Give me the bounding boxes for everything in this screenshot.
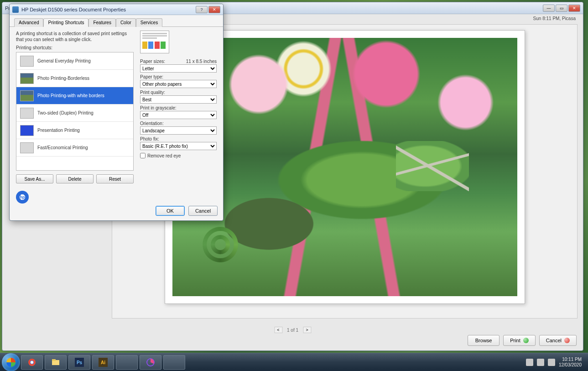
orientation-select[interactable]: Landscape bbox=[140, 126, 217, 135]
tab-advanced[interactable]: Advanced bbox=[14, 18, 43, 27]
taskbar-item-app2[interactable] bbox=[163, 355, 185, 370]
system-tray[interactable]: 10:11 PM 12/03/2020 bbox=[521, 357, 586, 368]
print-quality-select[interactable]: Best bbox=[140, 95, 217, 104]
maximize-button[interactable]: ▭ bbox=[556, 5, 567, 12]
orientation-label: Orientation: bbox=[140, 121, 164, 126]
tray-flag-icon[interactable] bbox=[526, 359, 533, 366]
tab-services[interactable]: Services bbox=[136, 18, 162, 27]
dialog-close-button[interactable]: ✕ bbox=[208, 6, 220, 13]
save-as-button[interactable]: Save As... bbox=[16, 174, 53, 183]
document-properties-dialog: HP Deskjet D1500 series Document Propert… bbox=[9, 4, 224, 221]
print-button[interactable]: Print bbox=[503, 335, 536, 346]
start-button[interactable] bbox=[2, 353, 20, 371]
shortcut-label-3: Two-sided (Duplex) Printing bbox=[37, 110, 94, 115]
delete-button[interactable]: Delete bbox=[56, 174, 94, 183]
shortcut-list[interactable]: General Everyday Printing Photo Printing… bbox=[16, 52, 134, 171]
printer-icon bbox=[12, 6, 19, 13]
shortcut-item-white-borders[interactable]: Photo Printing-with white borders bbox=[16, 87, 133, 105]
taskbar-item-photoshop[interactable]: Ps bbox=[68, 355, 90, 370]
pager-next-button[interactable]: > bbox=[303, 327, 311, 333]
shortcut-description: A printing shortcut is a collection of s… bbox=[16, 31, 134, 42]
remove-red-eye-input[interactable] bbox=[140, 153, 146, 158]
reset-button[interactable]: Reset bbox=[96, 174, 134, 183]
cancel-button[interactable]: Cancel bbox=[539, 335, 577, 346]
browse-button[interactable]: Browse bbox=[468, 335, 500, 346]
shortcut-list-label: Printing shortcuts: bbox=[16, 45, 134, 50]
dialog-cancel-button[interactable]: Cancel bbox=[188, 206, 218, 216]
tray-volume-icon[interactable] bbox=[548, 359, 555, 366]
shortcut-label-4: Presentation Printing bbox=[37, 128, 80, 133]
shortcut-label-0: General Everyday Printing bbox=[37, 58, 91, 63]
minimize-button[interactable]: — bbox=[543, 5, 555, 12]
shortcut-item-duplex[interactable]: Two-sided (Duplex) Printing bbox=[16, 105, 133, 122]
shortcut-item-borderless[interactable]: Photo Printing-Borderless bbox=[16, 70, 133, 87]
page-navigator: < 1 of 1 > bbox=[274, 327, 311, 333]
dialog-help-button[interactable]: ? bbox=[196, 6, 208, 13]
taskbar-item-illustrator[interactable]: Ai bbox=[92, 355, 114, 370]
shortcut-label-5: Fast/Economical Printing bbox=[37, 145, 88, 150]
svg-point-2 bbox=[31, 361, 33, 364]
svg-text:Ps: Ps bbox=[77, 360, 83, 365]
top-info-text: Sun 8:11 PM, Picasa bbox=[533, 16, 576, 21]
clock-date: 12/03/2020 bbox=[559, 362, 582, 368]
photo-fix-label: Photo fix: bbox=[140, 136, 159, 141]
shortcut-item-presentation[interactable]: Presentation Printing bbox=[16, 122, 133, 139]
tab-printing-shortcuts[interactable]: Printing Shortcuts bbox=[43, 18, 88, 27]
paper-type-select[interactable]: Other photo papers bbox=[140, 80, 217, 88]
dialog-title: HP Deskjet D1500 series Document Propert… bbox=[21, 7, 196, 12]
grayscale-select[interactable]: Off bbox=[140, 111, 217, 119]
svg-text:Ai: Ai bbox=[101, 360, 105, 365]
taskbar-item-chrome[interactable] bbox=[21, 355, 43, 370]
shortcut-item-economical[interactable]: Fast/Economical Printing bbox=[16, 139, 133, 157]
dialog-titlebar[interactable]: HP Deskjet D1500 series Document Propert… bbox=[10, 4, 223, 15]
pager-label: 1 of 1 bbox=[287, 328, 298, 333]
taskbar[interactable]: Ps Ai 10:11 PM 12/03/2020 bbox=[0, 353, 588, 371]
remove-red-eye-label: Remove red eye bbox=[147, 153, 181, 158]
settings-preview-thumb bbox=[140, 31, 169, 53]
paper-sizes-dim: 11 x 8.5 inches bbox=[186, 59, 217, 64]
taskbar-clock[interactable]: 10:11 PM 12/03/2020 bbox=[559, 357, 582, 368]
paper-sizes-select[interactable]: Letter bbox=[140, 64, 217, 73]
tray-network-icon[interactable] bbox=[537, 359, 544, 366]
hp-logo-icon: hp bbox=[16, 191, 29, 204]
clock-time: 10:11 PM bbox=[559, 357, 582, 362]
taskbar-item-explorer[interactable] bbox=[45, 355, 67, 370]
cancel-stop-icon bbox=[564, 338, 570, 343]
grayscale-label: Print in grayscale: bbox=[140, 105, 176, 110]
paper-sizes-label: Paper sizes: bbox=[140, 59, 165, 64]
tab-color[interactable]: Color bbox=[116, 18, 136, 27]
paper-type-label: Paper type: bbox=[140, 74, 163, 79]
pager-prev-button[interactable]: < bbox=[274, 327, 282, 333]
dialog-tabs: Advanced Printing Shortcuts Features Col… bbox=[10, 15, 223, 27]
print-go-icon bbox=[523, 338, 529, 343]
preview-photo-chameleon bbox=[172, 38, 517, 296]
taskbar-item-app[interactable] bbox=[116, 355, 138, 370]
shortcut-label-1: Photo Printing-Borderless bbox=[37, 76, 89, 81]
print-quality-label: Print quality: bbox=[140, 90, 165, 95]
dialog-ok-button[interactable]: OK bbox=[156, 206, 185, 216]
close-button[interactable]: ✕ bbox=[568, 5, 580, 12]
photo-fix-select[interactable]: Basic (R.E.T photo fix) bbox=[140, 142, 217, 150]
tab-features[interactable]: Features bbox=[88, 18, 115, 27]
remove-red-eye-checkbox[interactable]: Remove red eye bbox=[140, 153, 217, 158]
taskbar-item-picasa[interactable] bbox=[140, 355, 161, 370]
svg-rect-4 bbox=[52, 359, 56, 361]
shortcut-label-2: Photo Printing-with white borders bbox=[37, 93, 104, 98]
shortcut-item-general[interactable]: General Everyday Printing bbox=[16, 52, 133, 70]
